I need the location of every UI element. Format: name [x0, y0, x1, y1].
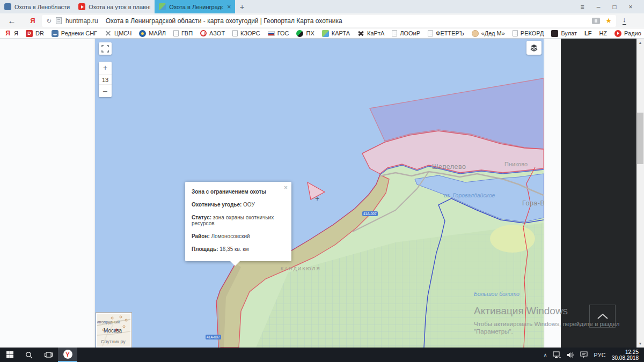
browser-menu-icon[interactable]: ≡: [574, 3, 590, 11]
scroll-to-top-button[interactable]: [589, 305, 616, 328]
bookmark-item[interactable]: ЦМСЧ: [105, 30, 131, 37]
bookmark-label: Булат: [561, 30, 577, 36]
yandex-button[interactable]: Я: [24, 17, 42, 25]
bookmark-favicon-icon: [296, 30, 303, 37]
popup-field: Площадь: 16,35 кв. км: [192, 246, 285, 252]
zoom-out-button[interactable]: –: [99, 85, 112, 97]
download-icon[interactable]: ↓: [623, 17, 626, 25]
bookmark-label: HZ: [599, 30, 607, 36]
zone-info-popup: × Зона с ограничением охоты Охотничье уг…: [185, 182, 291, 261]
bookmark-item[interactable]: D DR: [26, 30, 44, 37]
screenshot-icon[interactable]: [592, 18, 600, 24]
windows-logo-icon: [6, 351, 13, 358]
bookmark-item[interactable]: ПХ: [296, 30, 314, 37]
bookmark-label: Реднеки СНГ: [61, 30, 97, 36]
bookmark-item[interactable]: Радио: [614, 30, 641, 37]
hunt-map-canvas[interactable]: ШепелевоПниковооз. ГоровалдайскоеГора-Ва…: [95, 39, 544, 348]
popup-field-value: ООУ: [243, 202, 255, 208]
page-dark-panel: [561, 39, 636, 348]
scrollbar-thumb[interactable]: [637, 113, 643, 164]
taskbar-search-button[interactable]: [19, 348, 39, 362]
window-restore-button[interactable]: □: [606, 3, 623, 11]
clock[interactable]: 12:25 30.08.2018: [612, 349, 639, 361]
bookmark-item[interactable]: ГВП: [173, 30, 193, 36]
reload-icon[interactable]: ↻: [46, 17, 52, 25]
window-close-button[interactable]: ×: [623, 3, 639, 11]
new-tab-button[interactable]: +: [235, 0, 249, 13]
layers-button[interactable]: [526, 41, 541, 55]
bookmark-label: «Дед М»: [481, 30, 505, 36]
system-tray: ∧ РУС 12:25 30.08.2018: [544, 348, 644, 362]
popup-close-icon[interactable]: ×: [284, 184, 288, 191]
bookmark-item[interactable]: LF: [584, 30, 591, 36]
bookmark-favicon-icon: [232, 30, 238, 36]
popup-title: Зона с ограничением охоты: [192, 189, 285, 195]
bookmark-item[interactable]: КаРтА: [357, 30, 384, 37]
scrollbar-down-icon[interactable]: ▼: [636, 339, 644, 348]
url-domain: huntmap.ru: [65, 17, 98, 25]
bookmark-item[interactable]: КЗОРС: [232, 30, 260, 36]
browser-tab[interactable]: Охота на уток в плавнях - С: [74, 0, 155, 13]
bookmark-item[interactable]: РЕКОРД: [513, 30, 544, 36]
tab-favicon-icon: [4, 3, 11, 10]
bookmark-label: КЗОРС: [240, 30, 260, 36]
bookmark-star-icon[interactable]: ★: [605, 17, 612, 25]
bookmark-favicon-icon: [52, 30, 58, 37]
back-button[interactable]: ←: [0, 16, 24, 25]
browser-tab[interactable]: Охота в Ленобласти: [0, 0, 74, 13]
bookmark-label: Радио: [624, 30, 641, 36]
scrollbar-up-icon[interactable]: ▲: [636, 39, 644, 47]
browser-tab[interactable]: Охота в Ленинградской ×: [155, 0, 235, 13]
minimap-label: Москва: [104, 328, 122, 334]
zoom-in-button[interactable]: +: [99, 62, 112, 74]
tab-title: Охота в Ленобласти: [14, 4, 70, 10]
bookmark-item[interactable]: ЛООиР: [392, 30, 420, 36]
hidden-icons-chevron[interactable]: ∧: [544, 352, 547, 358]
language-indicator[interactable]: РУС: [594, 352, 606, 358]
action-center-icon[interactable]: [580, 351, 588, 358]
bookmark-item[interactable]: Реднеки СНГ: [52, 30, 97, 37]
bookmark-favicon-icon: [173, 30, 179, 36]
bookmark-favicon-icon: [268, 31, 275, 36]
bookmark-label: ЛООиР: [400, 30, 420, 36]
yandex-browser-icon: Y: [63, 350, 72, 359]
window-minimize-button[interactable]: –: [590, 3, 606, 11]
clock-date: 30.08.2018: [612, 355, 639, 361]
bookmark-item[interactable]: ФЕТТЕРЪ: [428, 30, 464, 36]
bookmark-favicon-icon: [614, 30, 621, 37]
bookmark-item[interactable]: HZ: [599, 30, 607, 36]
bookmark-item[interactable]: КАРТА: [322, 30, 350, 37]
page-title-text: Охота в Ленинградской области - карта ох…: [106, 17, 587, 25]
bookmark-label: ЦМСЧ: [114, 30, 131, 36]
bookmark-item[interactable]: Булат: [551, 30, 577, 37]
url-field[interactable]: ↻ huntmap.ru Охота в Ленинградской облас…: [42, 15, 616, 27]
layers-icon: [530, 43, 538, 52]
page-icon: [56, 17, 62, 24]
bookmark-item[interactable]: Я Я: [4, 30, 18, 37]
bookmark-label: ФЕТТЕРЪ: [436, 30, 464, 36]
yandex-browser-taskbar-button[interactable]: Y: [58, 348, 77, 362]
bookmark-favicon-icon: Я: [4, 30, 11, 37]
volume-icon[interactable]: [567, 352, 574, 358]
bookmark-item[interactable]: МАЙЛ: [139, 30, 166, 37]
bookmark-item[interactable]: АЗОТ: [200, 30, 225, 36]
bookmark-favicon-icon: [513, 30, 518, 36]
fullscreen-button[interactable]: [99, 42, 112, 55]
bookmark-item[interactable]: «Дед М»: [472, 30, 505, 37]
overview-minimap[interactable]: олгопрудный Москва Спутник ру: [96, 313, 131, 348]
bookmark-label: ГВП: [181, 30, 193, 36]
task-view-button[interactable]: [39, 348, 58, 362]
search-icon: [25, 351, 33, 359]
network-icon[interactable]: [553, 351, 561, 358]
browser-tab-bar: Охота в Ленобласти Охота на уток в плавн…: [0, 0, 644, 13]
bookmark-label: РЕКОРД: [521, 30, 544, 36]
bookmark-item[interactable]: ГОС: [268, 30, 289, 36]
start-button[interactable]: [0, 348, 19, 362]
tab-close-icon[interactable]: ×: [227, 3, 231, 11]
page-scrollbar[interactable]: ▲ ▼: [636, 39, 644, 348]
popup-field-label: Статус:: [192, 215, 213, 220]
windows-taskbar: Y ∧ РУС 12:25 30.08.2018: [0, 348, 644, 362]
popup-field: Район: Ломоносовский: [192, 233, 285, 239]
minimap-label: олгопрудный: [96, 320, 120, 324]
bookmark-favicon-icon: [357, 30, 364, 37]
